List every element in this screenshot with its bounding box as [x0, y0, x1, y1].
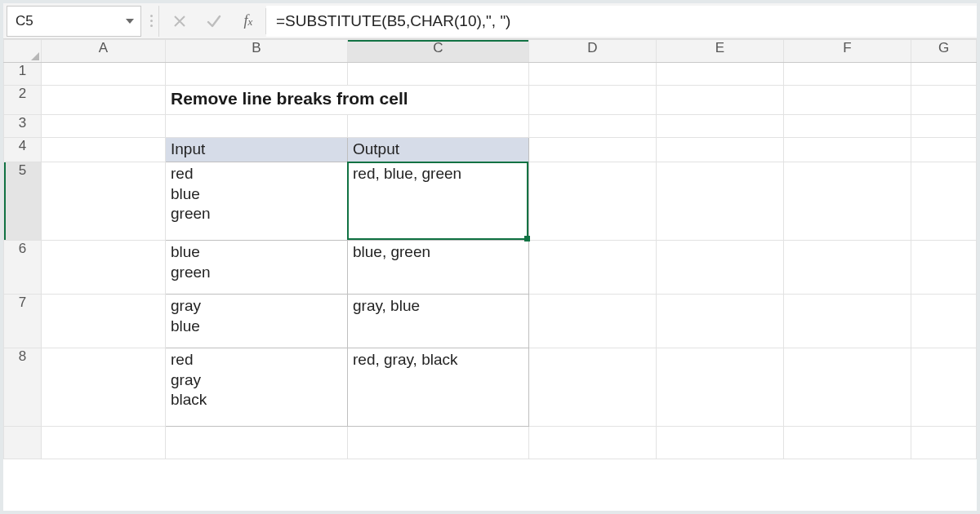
formula-input[interactable]: =SUBSTITUTE(B5,CHAR(10),", ") [266, 6, 977, 37]
cancel-icon[interactable] [163, 6, 197, 37]
table-cell[interactable]: red, gray, black [348, 348, 529, 427]
divider-dots [145, 6, 159, 37]
row: 6 blue green blue, green [4, 241, 977, 295]
row: 2 Remove line breaks from cell [4, 86, 977, 115]
table-cell[interactable]: gray, blue [348, 295, 529, 348]
row: 7 gray blue gray, blue [4, 295, 977, 348]
table-cell[interactable]: red gray black [166, 348, 348, 427]
name-box[interactable]: C5 [7, 6, 141, 37]
col-header[interactable]: G [911, 40, 977, 63]
worksheet-grid[interactable]: A B C D E F G 1 2 Remove line breaks fro… [3, 39, 977, 459]
row: 3 [4, 115, 977, 138]
row-header[interactable]: 5 [4, 162, 42, 241]
formula-bar: C5 fx =SUBSTITUTE(B5,CHAR(10),", ") [3, 3, 977, 39]
page-title: Remove line breaks from cell [166, 86, 528, 111]
table-cell[interactable]: red blue green [166, 162, 348, 241]
name-box-value: C5 [16, 13, 33, 29]
row-header[interactable]: 3 [4, 115, 42, 138]
table-header-cell[interactable]: Output [348, 138, 529, 162]
row: 4 Input Output [4, 138, 977, 162]
table-header-cell[interactable]: Input [166, 138, 348, 162]
col-header[interactable]: F [784, 40, 911, 63]
row: 8 red gray black red, gray, black [4, 348, 977, 427]
select-all-corner[interactable] [4, 40, 42, 63]
row: 5 red blue green red, blue, green [4, 162, 977, 241]
table-cell[interactable]: blue, green [348, 241, 529, 295]
row-header[interactable]: 2 [4, 86, 42, 115]
col-header[interactable]: A [42, 40, 166, 63]
active-cell[interactable]: red, blue, green [348, 162, 529, 241]
col-header[interactable]: B [166, 40, 348, 63]
row-header[interactable]: 1 [4, 63, 42, 86]
col-header[interactable]: C [348, 40, 529, 63]
col-header[interactable]: D [529, 40, 657, 63]
enter-icon[interactable] [197, 6, 231, 37]
fx-icon[interactable]: fx [231, 12, 265, 29]
table-cell[interactable]: gray blue [166, 295, 348, 348]
row-header[interactable]: 6 [4, 241, 42, 295]
chevron-down-icon[interactable] [126, 19, 134, 24]
row-header[interactable]: 8 [4, 348, 42, 427]
row-header[interactable]: 4 [4, 138, 42, 162]
row-header[interactable]: 7 [4, 295, 42, 348]
row: 1 [4, 63, 977, 86]
table-cell[interactable]: blue green [166, 241, 348, 295]
col-header[interactable]: E [657, 40, 784, 63]
column-header-row: A B C D E F G [4, 40, 977, 63]
